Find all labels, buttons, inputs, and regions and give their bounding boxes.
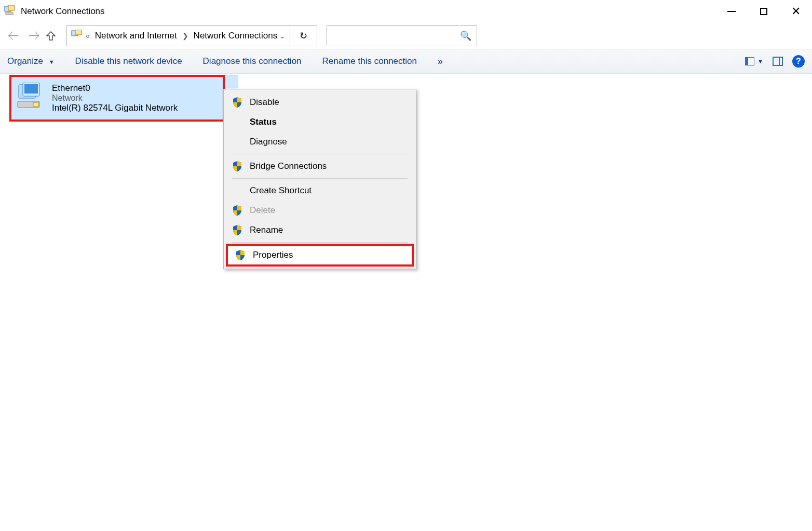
menu-properties-highlight: Properties [226,244,414,267]
shield-icon [234,249,247,261]
menu-disable[interactable]: Disable [225,92,415,112]
diagnose-connection-button[interactable]: Diagnose this connection [203,56,302,67]
menu-status[interactable]: Status [225,112,415,132]
adapter-network: Network [52,94,178,103]
shield-icon [231,161,243,172]
menu-label: Delete [250,205,275,216]
adapter-ethernet0[interactable]: Ethernet0 Network Intel(R) 82574L Gigabi… [9,75,225,122]
organize-menu[interactable]: Organize ▼ [7,56,55,67]
selection-highlight-tail [225,75,238,88]
menu-label: Create Shortcut [250,185,312,196]
back-button[interactable]: 🡠 [4,29,23,43]
search-input[interactable]: 🔍 [327,25,477,46]
help-button[interactable]: ? [792,55,805,68]
menu-separator [232,154,408,154]
adapter-device: Intel(R) 82574L Gigabit Network [52,103,178,113]
adapter-text: Ethernet0 Network Intel(R) 82574L Gigabi… [52,83,178,113]
menu-label: Rename [250,225,283,235]
menu-rename[interactable]: Rename [225,220,415,240]
menu-create-shortcut[interactable]: Create Shortcut [225,181,415,201]
menu-diagnose[interactable]: Diagnose [225,132,415,152]
command-overflow-button[interactable]: » [438,56,442,67]
svg-rect-7 [24,84,38,94]
shield-icon [231,97,243,108]
breadcrumb-network-and-internet[interactable]: Network and Internet [93,31,179,41]
chevron-right-icon[interactable]: ❯ [179,32,192,40]
disable-device-button[interactable]: Disable this network device [75,56,182,67]
adapter-name: Ethernet0 [52,83,178,94]
menu-separator [232,242,408,243]
change-view-button[interactable]: ▼ [745,57,763,65]
address-dropdown-icon[interactable]: ⌄ [279,32,286,40]
menu-bridge-connections[interactable]: Bridge Connections [225,156,415,176]
forward-button[interactable]: 🡢 [25,29,44,43]
svg-rect-2 [6,12,13,15]
minimize-button[interactable] [715,0,748,23]
svg-rect-1 [8,5,15,10]
details-pane-button[interactable] [773,57,783,66]
menu-separator [232,178,408,179]
command-bar: Organize ▼ Disable this network device D… [0,49,812,74]
breadcrumb-network-connections[interactable]: Network Connections [192,31,280,41]
breadcrumb-overflow[interactable]: « [83,32,93,40]
search-icon: 🔍 [460,30,471,42]
navigation-row: 🡠 🡢 « Network and Internet ❯ Network Con… [0,23,812,49]
context-menu: Disable Status Diagnose Bridge Connectio… [223,89,416,269]
shield-icon [231,205,243,216]
svg-rect-4 [75,30,82,35]
network-adapter-icon [16,83,46,114]
window-title: Network Connections [21,6,105,17]
svg-rect-9 [33,102,38,107]
rename-connection-button[interactable]: Rename this connection [322,56,417,67]
view-icon [745,57,754,65]
address-bar[interactable]: « Network and Internet ❯ Network Connect… [66,25,290,46]
title-bar: Network Connections ✕ [0,0,812,23]
up-button[interactable] [46,31,64,41]
menu-label: Status [250,117,277,127]
shield-icon [231,224,243,236]
refresh-button[interactable]: ↻ [290,25,317,46]
maximize-button[interactable] [748,0,780,23]
window-controls: ✕ [715,0,812,23]
menu-label: Diagnose [250,137,287,147]
menu-label: Bridge Connections [250,161,327,171]
menu-delete: Delete [225,201,415,220]
menu-label: Disable [250,97,279,108]
network-connections-icon [4,5,16,18]
network-connections-icon [71,30,83,42]
menu-properties[interactable]: Properties [228,246,412,264]
menu-label: Properties [253,250,293,260]
close-button[interactable]: ✕ [780,0,812,23]
